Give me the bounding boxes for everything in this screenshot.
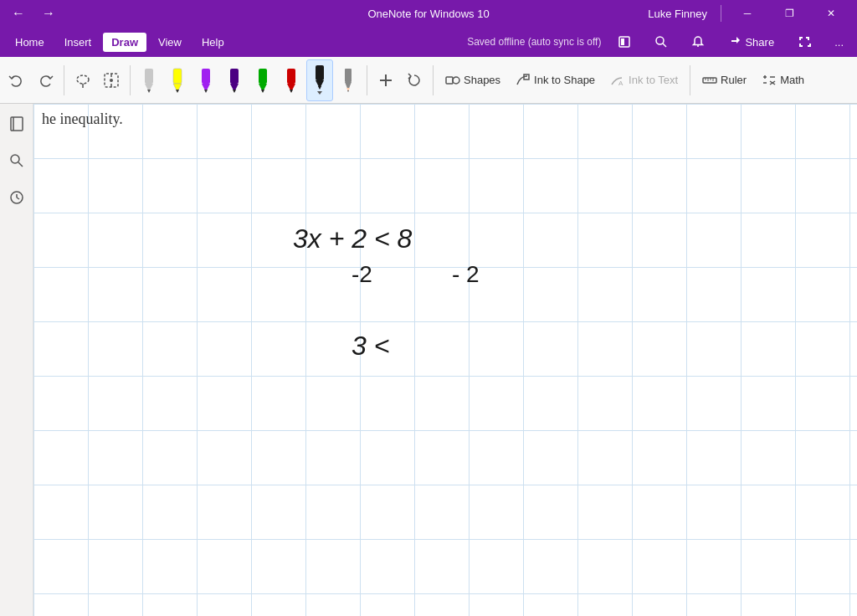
pen-2-icon (170, 67, 185, 94)
svg-text:3x + 2 < 8: 3x + 2 < 8 (293, 223, 413, 254)
canvas[interactable]: he inequality. 3x + 2 < 8 -2 - 2 3 < (33, 104, 857, 616)
back-button[interactable]: ← (7, 2, 30, 25)
titlebar-divider (721, 5, 721, 22)
pen-7-button[interactable] (306, 59, 333, 101)
svg-rect-54 (11, 117, 23, 131)
svg-rect-33 (345, 69, 352, 82)
svg-rect-11 (145, 69, 153, 84)
redo-button[interactable] (32, 59, 59, 101)
ruler-button[interactable]: Ruler (695, 66, 753, 95)
bell-button[interactable] (685, 32, 711, 52)
svg-rect-17 (202, 69, 210, 84)
svg-text:3 <: 3 < (352, 331, 389, 361)
ink-to-shape-icon (516, 73, 531, 88)
svg-point-5 (77, 75, 89, 84)
math-line3-svg: 3 < (285, 320, 494, 370)
pen-7-icon (312, 64, 327, 90)
ribbon-sep-3 (367, 65, 367, 95)
sidebar-icon-notebook[interactable] (3, 110, 30, 137)
ruler-icon (702, 73, 717, 88)
menu-view[interactable]: View (150, 33, 190, 52)
pen-7-dropdown-icon (316, 89, 324, 97)
svg-line-57 (18, 162, 23, 167)
lasso-select-button[interactable] (69, 59, 96, 101)
svg-point-40 (453, 77, 459, 84)
menu-home[interactable]: Home (7, 33, 53, 52)
notebook-toggle-button[interactable] (611, 32, 638, 52)
menu-help[interactable]: Help (193, 33, 233, 52)
svg-marker-36 (347, 90, 349, 92)
ribbon-sep-5 (690, 65, 690, 95)
rotate-button[interactable] (401, 59, 428, 101)
titlebar-nav: ← → (7, 2, 60, 25)
share-button[interactable]: Share (721, 32, 781, 52)
ink-to-text-button[interactable]: A Ink to Text (603, 66, 685, 95)
svg-line-3 (663, 44, 666, 47)
shapes-button[interactable]: Shapes (439, 66, 507, 95)
redo-icon (37, 72, 54, 89)
ribbon: Shapes Ink to Shape A Ink to Text Ruler (0, 57, 857, 104)
sidebar-icon-search[interactable] (3, 147, 30, 174)
title-bar: ← → OneNote for Windows 10 Luke Finney ─… (0, 0, 857, 27)
pen-1-button[interactable] (136, 59, 162, 101)
svg-point-56 (11, 155, 19, 163)
fullscreen-button[interactable] (791, 32, 818, 52)
restore-button[interactable]: ❐ (770, 0, 808, 27)
pen-6-button[interactable] (278, 59, 305, 101)
shapes-label: Shapes (464, 74, 500, 86)
share-label: Share (745, 36, 774, 49)
pen-4-icon (227, 67, 242, 94)
pen-5-button[interactable] (249, 59, 276, 101)
notebook-sidebar-icon (8, 116, 25, 132)
svg-marker-32 (317, 91, 322, 95)
save-status-text: Saved offline (auto sync is off) (467, 36, 601, 48)
forward-icon: → (42, 6, 55, 21)
canvas-content: he inequality. 3x + 2 < 8 -2 - 2 3 < (33, 104, 857, 616)
ink-to-shape-label: Ink to Shape (534, 74, 595, 86)
share-icon (728, 35, 742, 49)
svg-marker-16 (176, 90, 179, 93)
svg-point-2 (656, 37, 664, 44)
forward-button[interactable]: → (37, 2, 60, 25)
svg-rect-26 (287, 69, 295, 84)
svg-rect-43 (703, 78, 716, 83)
more-button[interactable]: ... (828, 33, 850, 52)
bell-icon (691, 35, 705, 49)
pen-2-button[interactable] (164, 59, 191, 101)
undo-button[interactable] (3, 59, 30, 101)
menu-draw[interactable]: Draw (103, 33, 146, 52)
svg-marker-19 (204, 90, 208, 93)
shapes-icon (445, 73, 460, 88)
math-button[interactable]: Math (755, 66, 811, 95)
svg-rect-29 (316, 65, 324, 80)
pen-8-button[interactable] (335, 59, 362, 101)
ink-to-shape-button[interactable]: Ink to Shape (509, 66, 602, 95)
pen-5-icon (255, 67, 270, 94)
rotate-icon (406, 72, 423, 89)
svg-text:A: A (618, 80, 624, 87)
close-button[interactable]: ✕ (812, 0, 850, 27)
menu-insert[interactable]: Insert (56, 33, 100, 52)
math-icon (762, 73, 777, 88)
pen-3-button[interactable] (192, 59, 219, 101)
ink-to-text-icon: A (610, 73, 625, 88)
ribbon-sep-4 (433, 65, 434, 95)
svg-line-60 (17, 198, 19, 199)
ruler-label: Ruler (721, 74, 747, 86)
pen-3-icon (198, 67, 213, 94)
pen-1-icon (141, 67, 157, 94)
back-icon: ← (12, 6, 25, 21)
search-button[interactable] (648, 32, 675, 52)
titlebar-controls: Luke Finney ─ ❐ ✕ (641, 0, 850, 27)
minimize-icon: ─ (744, 8, 752, 19)
add-pen-button[interactable] (372, 59, 399, 101)
sidebar-icon-recent[interactable] (3, 184, 30, 211)
transform-icon (102, 71, 121, 90)
svg-point-8 (110, 79, 113, 82)
search-sidebar-icon (8, 152, 25, 169)
pen-4-button[interactable] (221, 59, 248, 101)
transform-button[interactable] (98, 59, 125, 101)
svg-marker-25 (261, 90, 264, 93)
ink-to-text-label: Ink to Text (629, 74, 678, 86)
minimize-button[interactable]: ─ (728, 0, 767, 27)
